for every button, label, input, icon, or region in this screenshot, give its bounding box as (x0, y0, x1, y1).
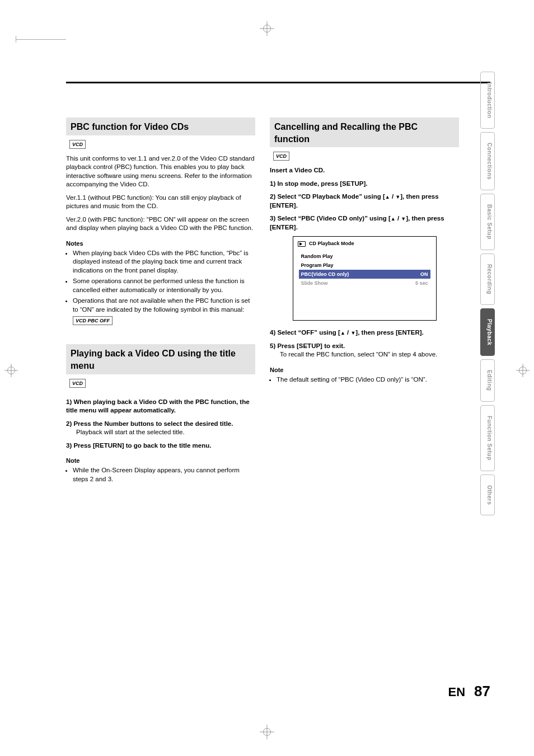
tab-recording[interactable]: Recording (480, 253, 495, 305)
paragraph: Ver.2.0 (with PBC function): “PBC ON” wi… (66, 215, 255, 233)
arrow-up-icon (385, 193, 390, 200)
paragraph: This unit conforms to ver.1.1 and ver.2.… (66, 154, 255, 189)
tab-basic-setup[interactable]: Basic Setup (480, 194, 495, 250)
crop-mark-top (260, 21, 274, 36)
menu-row-program: Program Play (299, 261, 430, 270)
arrow-up-icon (340, 329, 345, 336)
menu-title: CD Playback Mode (293, 237, 436, 250)
note-list: While the On-Screen Display appears, you… (66, 466, 255, 483)
note-item: Some operations cannot be performed unle… (73, 277, 255, 294)
side-tabs: Introduction Connections Basic Setup Rec… (480, 72, 495, 519)
page-footer: EN 87 (448, 683, 490, 700)
insert-video-cd: Insert a Video CD. (270, 166, 459, 175)
tab-function-setup[interactable]: Function Setup (480, 405, 495, 471)
arrow-up-icon (391, 215, 396, 222)
crop-mark-bottom (260, 725, 274, 739)
menu-row-pbc-selected: PBC(Video CD only)ON (299, 270, 430, 279)
step-2: 2) Press the Number buttons to select th… (66, 420, 255, 437)
step-5: 5) Press [SETUP] to exit. To recall the … (270, 342, 459, 359)
note-heading: Note (66, 457, 255, 465)
menu-list: Random Play Program Play PBC(Video CD on… (293, 251, 436, 321)
step-3: 3) Press [RETURN] to go back to the titl… (66, 442, 255, 450)
paragraph: Ver.1.1 (without PBC function): You can … (66, 194, 255, 211)
page-number: 87 (474, 683, 490, 700)
tab-introduction[interactable]: Introduction (480, 72, 495, 129)
step-3: 3) Select “PBC (Video CD only)” using [ … (270, 214, 459, 232)
step-1: 1) In stop mode, press [SETUP]. (270, 180, 459, 189)
note-item: The default setting of “PBC (Video CD on… (277, 375, 459, 384)
section-heading-cancelling-pbc: Cancelling and Recalling the PBC functio… (270, 118, 459, 147)
note-item: While the On-Screen Display appears, you… (73, 466, 255, 483)
step-4: 4) Select “OFF” using [ / ], then press … (270, 328, 459, 337)
crop-mark-left (4, 364, 18, 377)
arrow-down-icon (395, 193, 400, 200)
section-heading-playing-back: Playing back a Video CD using the title … (66, 344, 255, 374)
note-list: The default setting of “PBC (Video CD on… (270, 375, 459, 384)
tab-others[interactable]: Others (480, 475, 495, 515)
menu-row-random: Random Play (299, 252, 430, 261)
vcd-badge: VCD (69, 140, 86, 149)
heading-text: Playing back a Video CD using the title … (71, 348, 251, 372)
content-columns: PBC function for Video CDs VCD This unit… (66, 118, 459, 488)
tab-playback[interactable]: Playback (480, 308, 495, 356)
heading-text: PBC function for Video CDs (71, 121, 251, 133)
arrow-down-icon (401, 215, 406, 222)
vcd-badge: VCD (69, 379, 86, 388)
vcd-pbc-off-badge: VCD PBC OFF (73, 316, 113, 325)
notes-list: When playing back Video CDs with the PBC… (66, 249, 255, 326)
footer-lang: EN (448, 685, 466, 699)
crop-tick (16, 36, 66, 43)
heading-text: Cancelling and Recalling the PBC functio… (274, 121, 455, 145)
crop-mark-right (516, 364, 530, 377)
play-disc-icon (298, 241, 306, 247)
notes-heading: Notes (66, 240, 255, 248)
vcd-badge: VCD (273, 152, 289, 161)
page: Introduction Connections Basic Setup Rec… (0, 0, 534, 756)
left-column: PBC function for Video CDs VCD This unit… (66, 118, 255, 488)
arrow-down-icon (350, 329, 355, 336)
tab-editing[interactable]: Editing (480, 359, 495, 401)
note-item: Operations that are not available when t… (73, 297, 255, 325)
onscreen-menu: CD Playback Mode Random Play Program Pla… (293, 236, 437, 321)
note-item: When playing back Video CDs with the PBC… (73, 249, 255, 275)
menu-row-slideshow: Slide Show5 sec (299, 279, 430, 288)
section-heading-pbc-function: PBC function for Video CDs (66, 118, 255, 135)
step-2: 2) Select “CD Playback Mode” using [ / ]… (270, 192, 459, 210)
note-heading: Note (270, 366, 459, 374)
right-column: Cancelling and Recalling the PBC functio… (270, 118, 459, 488)
step-1: 1) When playing back a Video CD with the… (66, 398, 255, 415)
tab-connections[interactable]: Connections (480, 132, 495, 190)
header-rule (66, 82, 490, 83)
